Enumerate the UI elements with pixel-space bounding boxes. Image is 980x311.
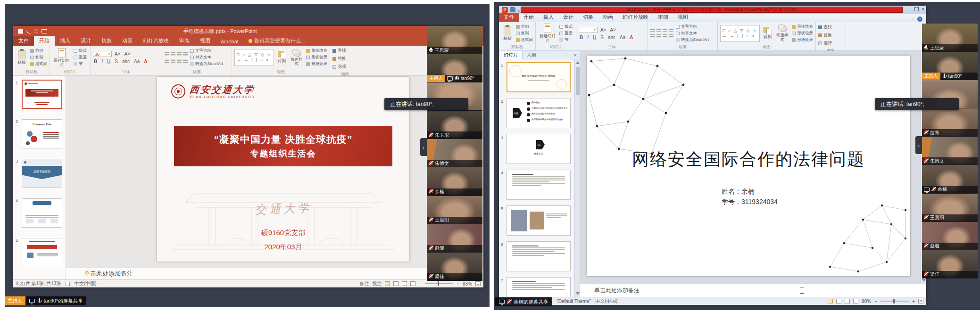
bullets-icon[interactable] <box>165 52 169 57</box>
tab-animations[interactable]: 动画 <box>117 36 138 46</box>
smartart-button[interactable]: 转换为SmartArt <box>190 61 223 67</box>
grow-font-button[interactable]: A˄ <box>599 27 607 33</box>
zoom-slider[interactable] <box>880 301 909 302</box>
replace-button[interactable]: 替换 <box>818 32 832 39</box>
zoom-out-button[interactable]: − <box>419 281 422 286</box>
quick-styles-button[interactable]: 快速样式 <box>290 49 304 66</box>
line-spacing-icon[interactable] <box>669 28 673 32</box>
normal-view-icon[interactable] <box>828 299 833 303</box>
comments-toggle[interactable]: 批注 <box>372 280 382 287</box>
section-button[interactable]: 节 <box>559 37 573 43</box>
tab-slides-pane[interactable]: 幻灯片 <box>499 51 523 59</box>
cut-button[interactable]: 剪切 <box>30 48 48 54</box>
tab-acrobat[interactable]: Acrobat <box>216 37 244 46</box>
font-size-box[interactable]: 36▾ <box>93 51 112 57</box>
tab-insert[interactable]: 插入 <box>539 13 558 22</box>
thumbnail-slide-1[interactable]: 网络安全国际合作的法律问题 <box>507 62 571 92</box>
layout-button[interactable]: 版式 <box>74 48 87 54</box>
participant-video-tile[interactable]: 朱博文 <box>922 137 978 165</box>
slideshow-view-icon[interactable] <box>410 281 415 286</box>
participant-video-tile[interactable]: 王晨阳 <box>922 194 978 222</box>
strikethrough-button[interactable]: S <box>599 35 605 40</box>
arrange-button[interactable]: 排列 <box>276 51 287 64</box>
shrink-font-button[interactable]: A˅ <box>609 27 617 33</box>
slide-thumbnail-pane[interactable]: 1 2 Contents Title <box>13 76 66 279</box>
tab-design[interactable]: 设计 <box>75 36 96 46</box>
thumbnail-slide-4[interactable] <box>507 170 571 200</box>
tab-home[interactable]: 开始 <box>34 36 55 46</box>
underline-button[interactable]: U <box>106 59 111 64</box>
reset-button[interactable]: 重设 <box>559 31 573 36</box>
participant-video-tile[interactable]: 朱博文 <box>427 139 482 167</box>
tab-review[interactable]: 审阅 <box>653 13 673 22</box>
scroll-up-icon[interactable] <box>576 61 580 64</box>
tab-insert[interactable]: 插入 <box>55 36 75 46</box>
align-text-button[interactable]: 对齐文本 <box>676 31 709 36</box>
thumbnail-slide-4[interactable] <box>22 198 62 228</box>
tab-file[interactable]: 文件 <box>13 36 34 46</box>
reset-button[interactable]: 重置 <box>74 55 87 60</box>
zoom-in-button[interactable]: + <box>912 299 915 304</box>
italic-button[interactable]: I <box>100 59 104 64</box>
slide-editing-area[interactable]: 网络安全国际合作的法律问题 姓名：余楠 学号：3119324034 <box>580 51 926 297</box>
cut-button[interactable]: 剪切 <box>516 24 533 30</box>
select-button[interactable]: 选择 <box>332 63 346 70</box>
indent-icon[interactable] <box>177 52 182 57</box>
select-button[interactable]: 选择 <box>818 40 832 47</box>
clear-format-button[interactable]: abc <box>121 59 131 64</box>
zoom-out-button[interactable]: − <box>874 299 877 304</box>
underline-button[interactable]: U <box>592 35 597 40</box>
bold-button[interactable]: B <box>93 59 98 64</box>
tab-outline-pane[interactable]: 大纲 <box>523 51 540 59</box>
notes-toggle[interactable]: 备注 <box>359 280 369 287</box>
arrange-button[interactable]: 排列 <box>762 27 773 40</box>
replace-button[interactable]: 替换 <box>332 55 346 62</box>
align-center-icon[interactable] <box>656 34 661 39</box>
zoom-slider[interactable] <box>425 283 453 284</box>
indent-icon[interactable] <box>663 28 667 32</box>
align-right-icon[interactable] <box>663 34 667 39</box>
thumbnail-scrollbar[interactable] <box>574 59 580 297</box>
thumbnail-slide-2[interactable]: Contents Title <box>22 119 62 148</box>
new-slide-button[interactable]: 新建幻灯片 <box>52 48 71 67</box>
justify-icon[interactable] <box>669 34 673 39</box>
align-center-icon[interactable] <box>171 59 175 63</box>
participant-video-tile[interactable]: 主持人tan90° <box>427 54 482 82</box>
tell-me-box[interactable]: 告诉我您想要做什么... <box>244 36 310 46</box>
shape-fill-button[interactable]: 形状填充 <box>306 48 327 54</box>
sorter-view-icon[interactable] <box>836 299 841 303</box>
layout-button[interactable]: 版式 <box>559 24 573 30</box>
sorter-view-icon[interactable] <box>393 281 399 286</box>
reading-view-icon[interactable] <box>402 281 407 286</box>
thumbnail-slide-1[interactable] <box>22 80 62 109</box>
shape-gallery[interactable]: □ ○ △ ▽ ◇ ☆ ← → { } ⌂ ≈ <box>234 49 274 66</box>
grow-font-button[interactable]: A˄ <box>114 51 122 57</box>
scrollbar-thumb[interactable] <box>576 67 580 95</box>
thumbnail-slide-3[interactable]: 支部书记述职 <box>22 159 62 188</box>
shape-outline-button[interactable]: 形状轮廓 <box>792 31 813 36</box>
tab-transitions[interactable]: 切换 <box>96 36 117 46</box>
tab-view[interactable]: 视图 <box>195 36 216 46</box>
bullets-icon[interactable] <box>650 28 655 32</box>
find-button[interactable]: 查找 <box>818 24 832 31</box>
fit-slide-icon[interactable] <box>918 299 923 303</box>
case-button[interactable]: Aa <box>619 35 626 40</box>
clear-format-button[interactable]: abc <box>607 35 616 40</box>
align-right-icon[interactable] <box>177 59 182 63</box>
strikethrough-button[interactable]: S <box>114 59 119 64</box>
bold-button[interactable]: B <box>579 35 584 40</box>
shape-effects-button[interactable]: 形状效果 <box>306 61 327 67</box>
thumbnail-slide-2[interactable]: 内容 网络安全 与网络安全相关的国际公约或其他文件 网络安全国际合作的原则 典型… <box>507 98 571 128</box>
line-spacing-icon[interactable] <box>183 52 188 57</box>
participant-video-tile[interactable]: 朱玉彤 <box>427 111 482 139</box>
shape-effects-button[interactable]: 形状效果 <box>792 37 813 43</box>
participant-video-tile[interactable]: 余楠 <box>922 165 978 193</box>
participant-video-tile[interactable]: 余楠 <box>427 167 482 196</box>
participant-video-tile[interactable]: 梁佳 <box>922 250 978 278</box>
participant-video-tile[interactable]: 王思蒙 <box>427 26 482 54</box>
numbering-icon[interactable] <box>656 28 661 32</box>
text-direction-button[interactable]: 文字方向 <box>676 24 709 30</box>
quick-styles-button[interactable]: 快速样式 <box>775 25 789 42</box>
find-button[interactable]: 查找 <box>332 47 346 54</box>
zoom-slider-thumb[interactable] <box>438 281 439 286</box>
